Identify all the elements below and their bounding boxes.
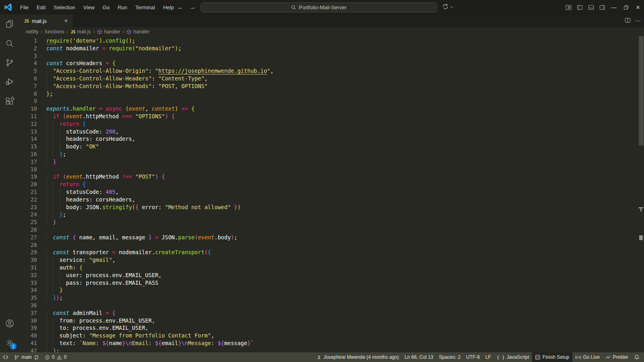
line-number: 21: [19, 188, 37, 196]
scrollbar-slider[interactable]: [639, 36, 644, 146]
status-0[interactable]: 00: [42, 352, 69, 362]
symbol-method-icon: [126, 29, 132, 35]
restore-icon[interactable]: [620, 0, 632, 14]
status-ln-66-col-13[interactable]: Ln 66, Col 13: [402, 352, 436, 362]
status-lf[interactable]: LF: [483, 352, 494, 362]
code-line-35: });: [46, 294, 63, 302]
code-line-24: };: [46, 211, 66, 218]
remote-icon: [3, 354, 8, 360]
minimap[interactable]: [580, 37, 625, 94]
menu-item-file[interactable]: File: [17, 3, 32, 12]
line-number: 27: [19, 234, 37, 241]
status-go-live[interactable]: Go Live: [572, 352, 603, 362]
minimize-icon[interactable]: —: [608, 0, 620, 14]
command-center-search[interactable]: Portfolio-Mail-Server: [200, 2, 437, 12]
code-line-42: };: [46, 347, 60, 352]
tab-close-icon[interactable]: ✕: [62, 17, 70, 25]
activity-account-icon[interactable]: [0, 314, 19, 333]
finish-setup-icon: [535, 354, 541, 360]
status-prettier[interactable]: ✓✓Prettier: [603, 352, 631, 362]
activity-source-control-icon[interactable]: [0, 53, 19, 72]
code-line-17: }: [46, 158, 56, 166]
line-number: 39: [19, 324, 37, 332]
activity-run-debug-icon[interactable]: [0, 72, 19, 92]
code-line-19: if (event.httpMethod !== "POST") {: [46, 173, 165, 181]
code-line-10: exports.handler = async (event, context)…: [46, 105, 194, 113]
code-line-29: const transporter = nodemailer.createTra…: [46, 249, 211, 256]
activity-files-icon[interactable]: [0, 14, 19, 34]
menu-item-view[interactable]: View: [80, 3, 98, 12]
code-line-5: "Access-Control-Allow-Origin": "https://…: [46, 67, 274, 75]
toggle-secondary-sidebar-icon[interactable]: [597, 0, 608, 14]
activity-extensions-icon[interactable]: [0, 92, 19, 111]
status-josephine-mwende-4-months-ago-[interactable]: Josephine Mwende (4 months ago): [314, 352, 402, 362]
tab-mail-js[interactable]: JS mail.js ✕: [19, 14, 73, 27]
activity-settings-gear-icon[interactable]: 1: [0, 333, 19, 352]
status-utf-8[interactable]: UTF-8: [463, 352, 483, 362]
line-number: 1: [19, 37, 37, 45]
line-number: 2: [19, 45, 37, 52]
line-number: 34: [19, 286, 37, 294]
breadcrumb-separator: ›: [93, 29, 95, 35]
line-number: 36: [19, 302, 37, 309]
close-icon[interactable]: ✕: [632, 0, 644, 14]
breadcrumb-item-mail.js[interactable]: JSmail.js: [70, 29, 91, 35]
js-file-icon: JS: [70, 30, 75, 34]
line-number: 40: [19, 332, 37, 339]
breadcrumb-separator: ›: [66, 29, 68, 35]
activity-search-icon[interactable]: [0, 34, 19, 53]
settings-badge: 1: [10, 343, 17, 350]
status-javascript[interactable]: { }JavaScript: [494, 352, 532, 362]
status-bar: main00 Josephine Mwende (4 months ago)Ln…: [0, 352, 644, 362]
line-number: 16: [19, 150, 37, 158]
vscode-logo: [4, 3, 12, 12]
breadcrumb-separator: ›: [122, 29, 124, 35]
line-number: 28: [19, 241, 37, 249]
line-number: 30: [19, 256, 37, 264]
menu-item-terminal[interactable]: Terminal: [132, 3, 159, 12]
status-remote-icon[interactable]: [0, 352, 11, 362]
nav-forward-icon[interactable]: →: [189, 4, 196, 11]
code-editor[interactable]: 1234567891011121314151617181920212223242…: [19, 36, 644, 352]
menu-item-run[interactable]: Run: [114, 3, 131, 12]
split-editor-icon[interactable]: [625, 17, 631, 25]
line-number: 29: [19, 249, 37, 256]
status-main[interactable]: main: [11, 352, 42, 362]
overview-ruler-mark: [639, 207, 643, 208]
nav-back-icon[interactable]: ←: [177, 4, 184, 11]
activity-bar: 1: [0, 14, 19, 352]
breadcrumb-item-handler[interactable]: handler: [126, 29, 149, 35]
breadcrumb-separator: ›: [41, 29, 42, 35]
search-value: Portfolio-Mail-Server: [299, 4, 346, 10]
toggle-sidebar-icon[interactable]: [574, 0, 585, 14]
minimap-row: [580, 76, 625, 77]
line-number: 42: [19, 347, 37, 352]
line-number: 24: [19, 211, 37, 218]
code-line-34: }: [46, 286, 63, 294]
customize-layout-icon[interactable]: [563, 0, 574, 14]
line-number: 7: [19, 82, 37, 90]
chevron-down-icon[interactable]: [450, 5, 454, 9]
menu-item-go[interactable]: Go: [99, 3, 113, 12]
vertical-scrollbar[interactable]: [638, 36, 644, 352]
status-finish-setup[interactable]: Finish Setup: [532, 352, 572, 362]
sync-dropdown-icon[interactable]: [442, 3, 449, 10]
line-number: 19: [19, 173, 37, 181]
line-number: 17: [19, 158, 37, 166]
menu-item-selection[interactable]: Selection: [50, 3, 78, 12]
menu-item-edit[interactable]: Edit: [33, 3, 49, 12]
breadcrumb-item-handler[interactable]: handler: [97, 29, 120, 35]
code-line-23: body: JSON.stringify({ error: "Method no…: [46, 204, 241, 211]
ellipsis-icon[interactable]: ⋯: [635, 17, 641, 25]
code-line-33: pass: process.env.EMAIL_PASS: [46, 279, 158, 287]
status-bell-icon[interactable]: [631, 352, 642, 362]
code-line-38: from: process.env.EMAIL_USER,: [46, 317, 155, 325]
breadcrumb-item-functions[interactable]: functions: [45, 29, 64, 35]
breadcrumb-item-netlify[interactable]: netlify: [26, 29, 38, 35]
status-spaces-2[interactable]: Spaces: 2: [436, 352, 463, 362]
toggle-panel-icon[interactable]: [585, 0, 597, 14]
code-line-1: require('dotenv').config();: [46, 37, 135, 45]
line-number: 11: [19, 113, 37, 120]
menu-item-help[interactable]: Help: [159, 3, 178, 12]
line-number: 26: [19, 226, 37, 234]
